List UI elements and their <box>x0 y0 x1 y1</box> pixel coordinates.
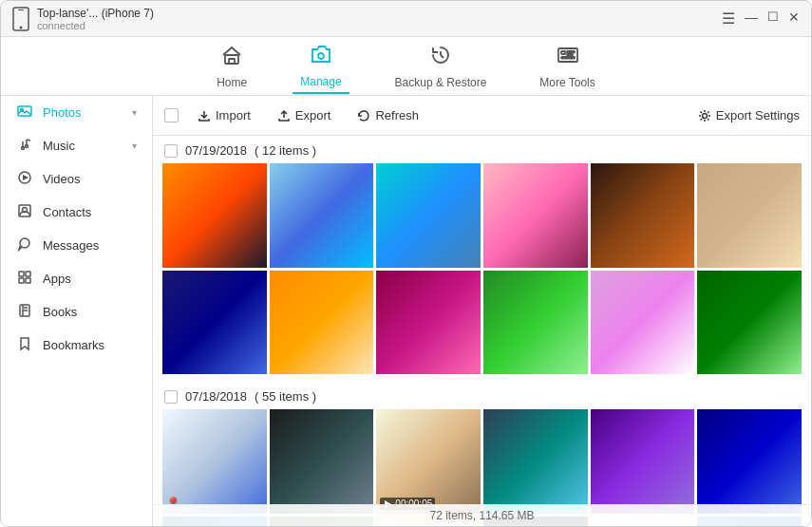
refresh-icon <box>357 109 370 122</box>
minimize-icon[interactable]: — <box>745 9 758 28</box>
window-controls: ☰ — ☐ ✕ <box>722 9 800 28</box>
tab-manage[interactable]: Manage <box>293 39 349 94</box>
refresh-button[interactable]: Refresh <box>349 105 426 125</box>
sidebar-item-videos[interactable]: Videos <box>1 162 152 196</box>
photo-cell[interactable] <box>591 271 695 375</box>
maximize-icon[interactable]: ☐ <box>767 9 779 28</box>
select-all-checkbox[interactable] <box>164 108 179 122</box>
sidebar-item-contacts[interactable]: Contacts <box>1 196 152 229</box>
svg-rect-23 <box>26 278 30 283</box>
home-icon <box>220 44 243 72</box>
svg-rect-10 <box>561 57 575 59</box>
photo-cell[interactable]: 📍 <box>162 409 267 514</box>
backup-icon <box>429 44 452 72</box>
date-group-1: 07/19/2018 ( 12 items ) <box>161 136 803 374</box>
device-icon <box>12 7 29 31</box>
title-bar: Top-lanse'... (iPhone 7) connected ☰ — ☐… <box>1 1 811 37</box>
date-header-1: 07/19/2018 ( 12 items ) <box>161 136 803 163</box>
status-text: 72 items, 114.65 MB <box>429 509 534 522</box>
photo-cell[interactable] <box>270 271 374 375</box>
bookmarks-icon <box>16 336 33 354</box>
photo-cell[interactable] <box>376 163 481 268</box>
svg-rect-9 <box>567 54 573 56</box>
export-label: Export <box>295 108 331 122</box>
import-icon <box>198 109 211 122</box>
tab-home[interactable]: Home <box>209 40 255 93</box>
export-settings-label: Export Settings <box>716 108 800 122</box>
svg-rect-22 <box>19 278 24 283</box>
photo-cell[interactable] <box>697 163 802 268</box>
close-icon[interactable]: ✕ <box>788 9 800 28</box>
group2-checkbox[interactable] <box>164 390 178 404</box>
svg-point-1 <box>20 26 23 28</box>
sidebar-bookmarks-label: Bookmarks <box>43 338 104 352</box>
sidebar-item-bookmarks[interactable]: Bookmarks <box>1 329 152 362</box>
group1-checkbox[interactable] <box>164 144 178 158</box>
photo-cell[interactable] <box>591 409 695 514</box>
refresh-label: Refresh <box>375 108 419 122</box>
photo-cell[interactable] <box>697 271 802 375</box>
photo-content: 07/19/2018 ( 12 items ) <box>153 136 811 526</box>
export-icon <box>277 109 291 122</box>
device-name: Top-lanse'... (iPhone 7) <box>37 7 154 20</box>
import-button[interactable]: Import <box>190 105 258 125</box>
svg-rect-8 <box>567 51 575 53</box>
export-settings-button[interactable]: Export Settings <box>698 108 800 122</box>
device-info: Top-lanse'... (iPhone 7) connected <box>37 7 154 31</box>
menu-icon[interactable]: ☰ <box>722 9 735 28</box>
date-label-1: 07/19/2018 <box>185 143 247 158</box>
photos-icon <box>16 104 33 122</box>
tab-home-label: Home <box>217 76 247 89</box>
date-count-1: ( 12 items ) <box>255 143 316 158</box>
photo-cell[interactable] <box>162 271 267 375</box>
sidebar-item-photos[interactable]: Photos ▾ <box>1 96 152 129</box>
import-label: Import <box>216 108 251 122</box>
messages-icon <box>16 236 33 254</box>
tab-manage-label: Manage <box>300 75 341 88</box>
svg-rect-2 <box>18 9 24 10</box>
photo-cell[interactable] <box>483 163 588 268</box>
photo-cell[interactable] <box>376 271 481 375</box>
date-header-2: 07/18/2018 ( 55 items ) <box>161 382 803 409</box>
sidebar-item-music[interactable]: Music ▾ <box>1 129 152 162</box>
sidebar-books-label: Books <box>43 305 77 319</box>
sidebar-item-messages[interactable]: Messages <box>1 229 152 262</box>
date-count-2: ( 55 items ) <box>255 389 316 404</box>
photo-cell[interactable] <box>483 271 588 375</box>
date-label-2: 07/18/2018 <box>185 389 247 404</box>
photo-cell[interactable] <box>483 409 588 514</box>
manage-icon <box>310 43 332 71</box>
status-bar: 72 items, 114.65 MB <box>153 504 811 526</box>
sidebar-apps-label: Apps <box>43 272 71 286</box>
sidebar-messages-label: Messages <box>43 238 99 253</box>
sidebar-music-label: Music <box>43 139 75 153</box>
sidebar-item-apps[interactable]: Apps <box>1 262 152 295</box>
photo-cell[interactable]: 00:00:05 <box>376 409 481 514</box>
nav-tabs: Home Manage Backup & Restore <box>1 37 811 96</box>
books-icon <box>16 303 33 321</box>
sidebar-photos-label: Photos <box>43 105 81 120</box>
svg-point-19 <box>20 238 29 248</box>
photo-cell[interactable] <box>270 409 374 514</box>
photos-chevron: ▾ <box>132 107 137 118</box>
sidebar-videos-label: Videos <box>43 172 81 186</box>
photo-cell[interactable] <box>270 163 374 268</box>
export-button[interactable]: Export <box>270 105 339 125</box>
music-chevron: ▾ <box>132 141 137 151</box>
photo-cell[interactable] <box>697 409 802 514</box>
photo-cell[interactable] <box>162 163 267 268</box>
gear-icon <box>698 109 711 122</box>
contacts-icon <box>16 203 33 221</box>
tab-backup[interactable]: Backup & Restore <box>387 40 495 93</box>
tab-tools[interactable]: More Tools <box>532 40 602 93</box>
svg-rect-4 <box>229 59 235 64</box>
svg-marker-16 <box>23 175 28 180</box>
music-icon <box>16 137 33 155</box>
sidebar-item-books[interactable]: Books <box>1 295 152 329</box>
title-bar-left: Top-lanse'... (iPhone 7) connected <box>12 7 154 31</box>
svg-rect-7 <box>561 51 565 54</box>
toolbar: Import Export Refresh <box>153 96 811 136</box>
sidebar: Photos ▾ Music ▾ <box>1 96 153 526</box>
sidebar-contacts-label: Contacts <box>43 205 91 219</box>
photo-cell[interactable] <box>591 163 695 268</box>
